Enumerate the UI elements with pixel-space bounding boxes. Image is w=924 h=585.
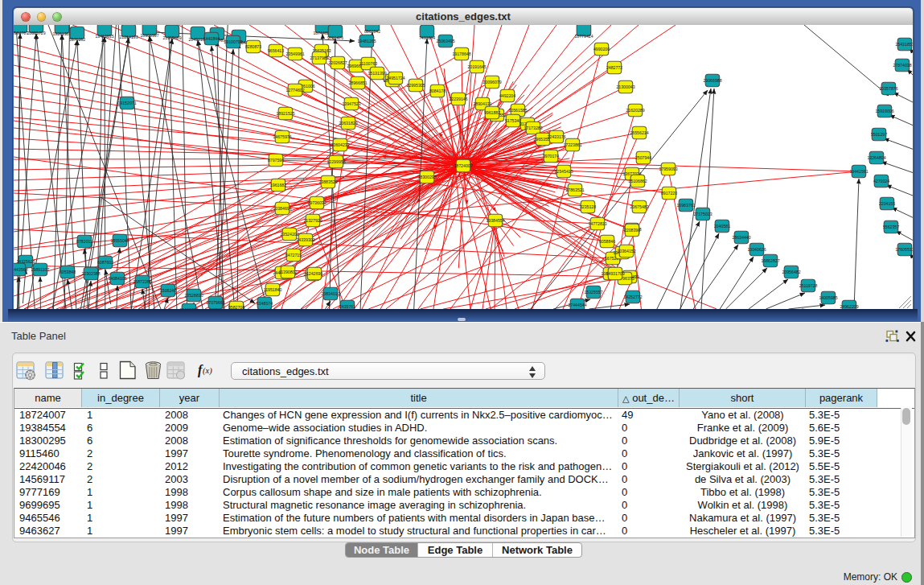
svg-text:18724007: 18724007: [454, 163, 472, 168]
svg-text:20675483: 20675483: [630, 204, 648, 209]
svg-text:19442561: 19442561: [849, 169, 868, 174]
svg-text:2435761: 2435761: [339, 304, 355, 309]
svg-text:2040581: 2040581: [714, 224, 730, 229]
svg-text:27137982: 27137982: [310, 56, 328, 60]
svg-text:16983761: 16983761: [676, 203, 695, 208]
svg-text:27079668: 27079668: [206, 300, 224, 305]
svg-text:29891107: 29891107: [31, 267, 50, 272]
svg-text:14005985: 14005985: [819, 295, 837, 300]
svg-text:10384694: 10384694: [273, 206, 291, 211]
svg-text:8084178: 8084178: [429, 89, 446, 93]
svg-text:25119728: 25119728: [799, 283, 818, 288]
svg-text:25106862: 25106862: [628, 179, 647, 183]
svg-text:6053848: 6053848: [60, 270, 76, 274]
svg-text:6348574: 6348574: [257, 301, 273, 306]
svg-text:14084105: 14084105: [108, 276, 126, 281]
svg-text:16779424: 16779424: [574, 34, 593, 39]
svg-text:24339302: 24339302: [296, 237, 314, 242]
svg-text:1508240: 1508240: [160, 288, 176, 293]
svg-text:8782011: 8782011: [76, 239, 92, 244]
svg-text:27863521: 27863521: [565, 187, 584, 192]
svg-text:23549961: 23549961: [285, 51, 304, 56]
svg-text:5562357: 5562357: [883, 225, 899, 229]
svg-text:6058846: 6058846: [599, 239, 615, 244]
svg-text:20191645: 20191645: [467, 64, 486, 69]
svg-text:20604237: 20604237: [331, 142, 349, 147]
svg-text:3970174: 3970174: [543, 154, 559, 159]
svg-text:20885729: 20885729: [27, 31, 45, 35]
svg-text:16906597: 16906597: [140, 33, 158, 38]
svg-text:29736034: 29736034: [307, 200, 326, 205]
svg-text:1242690: 1242690: [306, 271, 322, 276]
svg-text:11951840: 11951840: [264, 287, 282, 292]
svg-text:14252772: 14252772: [623, 295, 642, 299]
svg-text:25872285: 25872285: [133, 279, 151, 284]
svg-text:1961682: 1961682: [270, 183, 286, 187]
svg-text:17959093: 17959093: [659, 167, 677, 171]
svg-text:18921525: 18921525: [276, 111, 294, 116]
svg-text:17605531: 17605531: [895, 247, 913, 252]
svg-text:8862842: 8862842: [364, 29, 380, 34]
svg-text:10364152: 10364152: [617, 249, 635, 253]
svg-text:2204155: 2204155: [879, 201, 895, 206]
svg-text:12774602: 12774602: [285, 88, 304, 93]
svg-text:19384554: 19384554: [486, 218, 504, 223]
svg-text:27874038: 27874038: [893, 63, 911, 68]
svg-text:19152071: 19152071: [117, 101, 136, 105]
svg-text:14675976: 14675976: [273, 134, 291, 139]
svg-text:22995305: 22995305: [406, 83, 425, 88]
svg-text:22433176: 22433176: [547, 134, 565, 139]
svg-text:15325557: 15325557: [584, 290, 602, 295]
svg-text:27444544: 27444544: [568, 303, 586, 307]
svg-text:15131399: 15131399: [368, 71, 386, 76]
svg-text:28966851: 28966851: [348, 80, 367, 85]
svg-text:17223861: 17223861: [563, 142, 581, 147]
svg-text:25063495: 25063495: [436, 39, 454, 43]
svg-text:1441844: 1441844: [203, 36, 220, 41]
svg-text:22239146: 22239146: [449, 97, 467, 101]
svg-text:17173283: 17173283: [524, 126, 542, 130]
svg-text:8797596: 8797596: [268, 158, 284, 163]
svg-text:9656413: 9656413: [268, 48, 284, 53]
svg-text:20834010: 20834010: [321, 291, 339, 296]
svg-text:19481265: 19481265: [357, 39, 376, 43]
svg-text:29100799: 29100799: [224, 39, 242, 44]
svg-text:2482772: 2482772: [606, 65, 622, 70]
svg-text:10040626: 10040626: [747, 247, 766, 252]
svg-text:9702476: 9702476: [327, 35, 343, 40]
svg-text:21327920: 21327920: [303, 218, 322, 223]
svg-text:18300295: 18300295: [417, 175, 436, 179]
svg-text:21264193: 21264193: [119, 35, 138, 39]
svg-text:22443568: 22443568: [14, 267, 28, 272]
svg-text:10561585: 10561585: [508, 108, 527, 113]
svg-text:22302388: 22302388: [81, 271, 100, 276]
svg-text:12299958: 12299958: [326, 159, 345, 164]
svg-text:4990200: 4990200: [593, 47, 610, 51]
svg-text:20956482: 20956482: [782, 270, 800, 274]
svg-text:23524202: 23524202: [280, 232, 298, 237]
svg-text:24951724: 24951724: [386, 76, 405, 80]
svg-text:27175023: 27175023: [693, 212, 712, 216]
svg-text:6087602: 6087602: [97, 260, 113, 265]
svg-text:11100763: 11100763: [359, 61, 377, 66]
svg-text:2208390: 2208390: [624, 228, 640, 233]
svg-text:25431853: 25431853: [895, 42, 913, 47]
svg-text:8917220: 8917220: [661, 191, 677, 196]
svg-text:11390802: 11390802: [279, 270, 298, 274]
svg-text:19261302: 19261302: [52, 31, 71, 36]
svg-text:24962209: 24962209: [840, 304, 858, 309]
svg-text:14772813: 14772813: [588, 221, 606, 226]
svg-text:13413635: 13413635: [95, 34, 113, 39]
svg-text:22026827: 22026827: [328, 60, 347, 65]
svg-text:21620289: 21620289: [626, 108, 644, 113]
svg-text:26441985: 26441985: [179, 307, 198, 309]
svg-text:20096079: 20096079: [483, 80, 501, 84]
svg-text:28634440: 28634440: [732, 235, 750, 240]
svg-text:6472715: 6472715: [285, 253, 302, 257]
svg-text:3235128: 3235128: [580, 204, 596, 209]
svg-text:9961882: 9961882: [484, 110, 500, 115]
svg-text:28904131: 28904131: [473, 101, 491, 106]
svg-text:5501297: 5501297: [871, 132, 887, 137]
svg-text:21995689: 21995689: [162, 35, 181, 40]
svg-text:19178648: 19178648: [452, 51, 470, 56]
